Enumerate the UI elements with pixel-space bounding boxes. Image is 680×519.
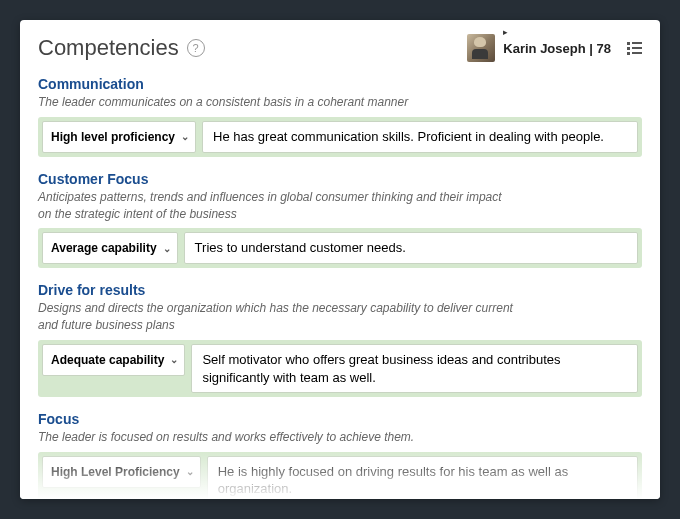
competencies-panel: Competencies ? ▸ Karin Joseph | 78 Commu…	[20, 20, 660, 499]
header: Competencies ? ▸ Karin Joseph | 78	[38, 34, 642, 62]
competency-description: The leader communicates on a consistent …	[38, 94, 518, 111]
chevron-down-icon: ⌄	[170, 354, 178, 365]
page-title: Competencies	[38, 35, 179, 61]
competency-block: Communication The leader communicates on…	[38, 76, 642, 157]
competency-title: Customer Focus	[38, 171, 642, 187]
proficiency-select[interactable]: High level proficiency⌄	[42, 121, 196, 153]
competency-block: Drive for results Designs and directs th…	[38, 282, 642, 397]
competency-block: Customer Focus Anticipates patterns, tre…	[38, 171, 642, 269]
competency-description: Designs and directs the organization whi…	[38, 300, 518, 334]
avatar[interactable]	[467, 34, 495, 62]
list-view-icon[interactable]	[627, 42, 642, 55]
proficiency-select[interactable]: Average capability⌄	[42, 232, 178, 264]
competency-title: Communication	[38, 76, 642, 92]
chevron-down-icon: ⌄	[163, 243, 171, 254]
competency-title: Focus	[38, 411, 642, 427]
chevron-down-icon: ⌄	[181, 131, 189, 142]
comment-input[interactable]: Self motivator who offers great business…	[191, 344, 638, 393]
competency-title: Drive for results	[38, 282, 642, 298]
comment-input[interactable]: Tries to understand customer needs.	[184, 232, 638, 264]
competency-description: The leader is focused on results and wor…	[38, 429, 518, 446]
competency-description: Anticipates patterns, trends and influen…	[38, 189, 518, 223]
user-name[interactable]: Karin Joseph | 78	[503, 41, 611, 56]
scroll-fade	[20, 449, 660, 499]
proficiency-select[interactable]: Adequate capability⌄	[42, 344, 185, 376]
caret-right-icon: ▸	[503, 27, 508, 37]
comment-input[interactable]: He has great communication skills. Profi…	[202, 121, 638, 153]
help-icon[interactable]: ?	[187, 39, 205, 57]
